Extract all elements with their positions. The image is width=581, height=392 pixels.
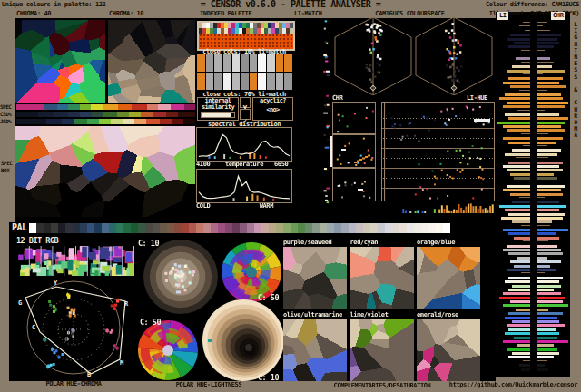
strip-segment bbox=[16, 104, 44, 110]
pal-segment bbox=[29, 223, 36, 233]
histogram-bar bbox=[537, 312, 563, 315]
strip-segment bbox=[117, 112, 129, 117]
histogram-bar bbox=[503, 137, 530, 140]
histogram-bar-empty bbox=[537, 157, 548, 158]
histogram-bar bbox=[503, 82, 530, 84]
spec-label: SPEC bbox=[0, 103, 11, 110]
histogram-bar bbox=[510, 34, 530, 36]
strip-segment bbox=[134, 119, 146, 124]
histogram-bar bbox=[537, 105, 565, 108]
histogram-bar bbox=[507, 324, 530, 327]
x-toggle[interactable]: X bbox=[240, 97, 251, 108]
spec-box-label: SPEC BOX bbox=[1, 160, 15, 174]
histogram-bar bbox=[537, 304, 568, 307]
strip-segment bbox=[57, 104, 68, 110]
pal-segment bbox=[65, 223, 73, 233]
chroma40-voronoi-image bbox=[15, 20, 105, 103]
li-match-tile bbox=[206, 54, 214, 72]
histogram-bar-empty bbox=[525, 54, 530, 54]
histogram-bar bbox=[508, 312, 530, 315]
strip-segment bbox=[183, 119, 195, 124]
histogram-bar bbox=[537, 368, 548, 371]
li-match-tile bbox=[223, 54, 231, 72]
pal-segment bbox=[109, 223, 116, 233]
li-tab[interactable]: LI bbox=[497, 12, 508, 20]
histogram-bar bbox=[503, 229, 530, 231]
histogram-bar bbox=[537, 348, 557, 351]
pal-segment bbox=[51, 223, 58, 233]
histogram-bar bbox=[537, 300, 563, 303]
histogram-bar bbox=[537, 292, 561, 295]
histogram-bar bbox=[537, 320, 559, 323]
histogram-bar bbox=[508, 277, 530, 279]
pal-segment bbox=[211, 223, 218, 233]
pal-segment bbox=[182, 223, 189, 233]
spec-box-label-line2: BOX bbox=[1, 167, 9, 173]
histogram-bar-empty bbox=[523, 74, 530, 74]
histogram-bar-empty bbox=[537, 110, 545, 111]
pal-segment bbox=[363, 223, 370, 233]
li-match-tile bbox=[284, 73, 292, 90]
pal-segment bbox=[58, 223, 65, 233]
complementary-label: orange/blue bbox=[417, 239, 455, 247]
histogram-bar bbox=[537, 309, 548, 311]
li-match-tile bbox=[232, 73, 241, 90]
histogram-bar-empty bbox=[537, 25, 543, 26]
histogram-bar bbox=[537, 209, 559, 211]
jsd-label: JSD% bbox=[0, 118, 11, 124]
strip-segment bbox=[62, 119, 74, 124]
histogram-bar-empty bbox=[523, 181, 530, 181]
histogram-bar bbox=[507, 169, 530, 172]
wheel-label-c50-a: C: 50 bbox=[258, 294, 279, 302]
histogram-bar bbox=[537, 193, 563, 196]
histogram-bar-empty bbox=[521, 225, 530, 226]
pal-segment bbox=[320, 223, 327, 233]
histogram-bar bbox=[537, 169, 563, 172]
histogram-bar bbox=[508, 45, 530, 48]
strip-segment bbox=[92, 112, 103, 117]
pal-colour-strip[interactable] bbox=[29, 223, 450, 233]
li-match-tile bbox=[258, 54, 266, 72]
histogram-bar bbox=[537, 280, 559, 283]
svg-text:M: M bbox=[120, 359, 123, 367]
histogram-bar bbox=[508, 328, 530, 331]
histogram-bar bbox=[537, 252, 563, 255]
pal-segment bbox=[196, 223, 203, 233]
histogram-bar bbox=[537, 220, 552, 223]
histogram-bar-empty bbox=[537, 74, 543, 74]
check-toggle[interactable]: ✓ bbox=[240, 109, 251, 120]
indexed-palette-box[interactable] bbox=[197, 21, 295, 51]
page-title: = CENSOR v0.6.0 - PALETTE ANALYSER = bbox=[201, 0, 381, 9]
strip-segment bbox=[184, 104, 195, 110]
histogram-bar bbox=[537, 189, 561, 191]
histogram-bar bbox=[501, 217, 530, 220]
histogram-bar bbox=[508, 117, 530, 120]
histogram-bar bbox=[514, 237, 530, 240]
strip-segment bbox=[123, 119, 134, 124]
histogram-bar bbox=[537, 337, 557, 339]
complementary-label: olive/ultramarine bbox=[283, 311, 342, 319]
indexed-palette-label: INDEXED PALETTE bbox=[200, 10, 251, 18]
chr-tab[interactable]: CHR bbox=[551, 12, 565, 20]
repo-url-link[interactable]: https://github.com/Quickmarble/censor bbox=[449, 381, 577, 389]
histogram-bar bbox=[505, 153, 530, 156]
indexed-palette-dot-field bbox=[199, 34, 293, 49]
histogram-bar bbox=[537, 57, 550, 60]
histogram-bar bbox=[537, 45, 554, 48]
histogram-bar bbox=[537, 85, 566, 88]
pal-segment bbox=[240, 223, 247, 233]
histogram-bar bbox=[537, 317, 557, 319]
histogram-bar bbox=[537, 77, 563, 80]
histogram-bar bbox=[537, 149, 561, 152]
histogram-bar bbox=[537, 93, 561, 96]
histogram-bar-empty bbox=[537, 240, 548, 241]
pal-segment bbox=[138, 223, 145, 233]
svg-text:C: C bbox=[32, 324, 35, 331]
strip-segment bbox=[87, 119, 99, 124]
histogram-bar bbox=[508, 232, 530, 235]
histogram-bar bbox=[505, 113, 530, 116]
histogram-bar bbox=[537, 245, 557, 248]
pal-segment bbox=[385, 223, 392, 233]
edge-marker-strip bbox=[323, 18, 330, 209]
strip-segment bbox=[16, 119, 46, 124]
